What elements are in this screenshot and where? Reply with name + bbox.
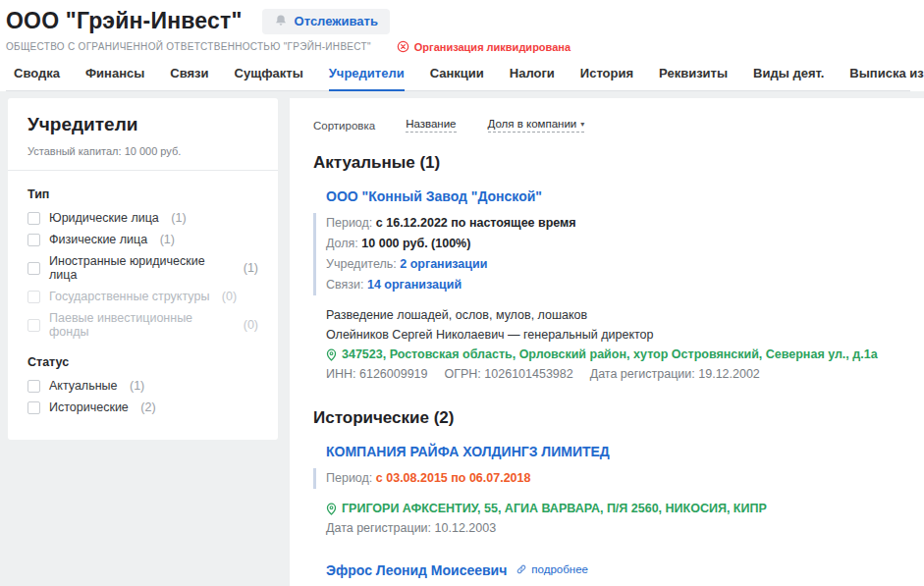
tab-uchrediteli[interactable]: Учредители: [329, 66, 405, 91]
founders-panel: Сортировка НазваниеДоля в компании▾ Акту…: [290, 98, 924, 586]
tab-bar: СводкаФинансыСвязиСущфактыУчредителиСанк…: [6, 53, 910, 91]
detail-label: Доля:: [326, 237, 361, 250]
filter-item-foreign-legal-entities[interactable]: Иностранные юридические лица (1): [27, 254, 258, 282]
founder-card-title-row: ООО "Конный Завод "Донской": [326, 188, 900, 204]
filter-item-government-structures: Государственные структуры (0): [27, 290, 258, 303]
page-content: Учредители Уставный капитал: 10 000 руб.…: [0, 91, 924, 586]
detail-value: с 03.08.2015 по 06.07.2018: [376, 471, 531, 485]
filter-item-count: (1): [244, 261, 258, 275]
detail-row: Период: с 16.12.2022 по настоящее время: [326, 213, 900, 234]
detail-row: Доля: 10 000 руб. (100%): [326, 234, 900, 254]
meta-item: Дата регистрации: 19.12.2002: [590, 366, 760, 382]
sort-label: Сортировка: [313, 120, 375, 132]
info-block: ГРИГОРИ АФКСЕНТИУ, 55, АГИА ВАРВАРА, П/Я…: [326, 501, 900, 536]
filter-item-label: Физические лица: [49, 233, 151, 246]
status-badge-label: Организация ликвидирована: [414, 41, 571, 53]
filter-groups: ТипЮридические лица (1)Физические лица (…: [27, 187, 258, 414]
detail-label: Связи:: [326, 278, 367, 292]
tab-svyazi[interactable]: Связи: [170, 66, 208, 90]
detail-value: с 16.12.2022 по настоящее время: [376, 216, 576, 230]
filter-item-individuals[interactable]: Физические лица (1): [27, 233, 258, 246]
tab-svodka[interactable]: Сводка: [14, 66, 60, 90]
founder-card: Эфрос Леонид МоисеевичподробнееПериод: с…: [313, 562, 900, 586]
founder-link[interactable]: Эфрос Леонид Моисеевич: [326, 562, 507, 578]
address-text: 347523, Ростовская область, Орловский ра…: [342, 346, 878, 362]
filter-item-investment-funds: Паевые инвестиционные фонды (0): [27, 311, 258, 339]
filter-item-count: (0): [244, 318, 258, 332]
meta-line: ИНН: 6126009919ОГРН: 1026101453982Дата р…: [326, 366, 900, 382]
checkbox-historical[interactable]: [27, 401, 40, 414]
detail-label: Учредитель:: [326, 257, 400, 271]
tab-istoriya[interactable]: История: [580, 66, 633, 90]
detail-label: Период:: [326, 216, 376, 230]
detail-block: Период: с 16.12.2022 по настоящее времяД…: [313, 213, 900, 295]
detail-label: Период:: [326, 471, 376, 485]
detail-value[interactable]: 14 организаций: [367, 278, 462, 292]
checkbox-legal-entities[interactable]: [27, 212, 40, 225]
meta-item: ИНН: 6126009919: [326, 366, 428, 382]
detail-row: Период: с 03.08.2015 по 06.07.2018: [326, 468, 900, 489]
checkbox-investment-funds: [27, 319, 40, 332]
bell-icon: [274, 14, 288, 27]
founder-card-title-row: Эфрос Леонид Моисеевичподробнее: [326, 562, 900, 578]
checkbox-actual[interactable]: [27, 380, 40, 393]
map-pin-icon: [326, 503, 337, 515]
checkbox-foreign-legal-entities[interactable]: [27, 262, 40, 275]
caret-down-icon: ▾: [580, 120, 584, 129]
more-details-link[interactable]: подробнее: [516, 563, 588, 575]
link-icon: [516, 563, 527, 575]
filter-item-historical[interactable]: Исторические (2): [27, 400, 258, 414]
sort-row: Сортировка НазваниеДоля в компании▾: [313, 112, 900, 134]
more-details-label: подробнее: [531, 563, 588, 575]
address-text: ГРИГОРИ АФКСЕНТИУ, 55, АГИА ВАРВАРА, П/Я…: [342, 501, 767, 516]
filter-item-label: Актуальные: [49, 379, 121, 393]
checkbox-individuals[interactable]: [27, 234, 40, 246]
filter-item-legal-entities[interactable]: Юридические лица (1): [27, 211, 258, 225]
filter-item-label: Исторические: [49, 400, 132, 414]
company-full-name: ОБЩЕСТВО С ОГРАНИЧЕННОЙ ОТВЕТСТВЕННОСТЬЮ…: [6, 41, 371, 52]
sort-option-by-share[interactable]: Доля в компании▾: [488, 118, 585, 133]
sidebar-divider: [8, 170, 278, 171]
founder-sections: Актуальные (1)ООО "Конный Завод "Донской…: [313, 153, 900, 586]
filter-item-count: (1): [160, 233, 175, 246]
detail-row: Учредитель: 2 организации: [326, 254, 900, 275]
tab-rekvizity[interactable]: Реквизиты: [659, 66, 728, 90]
detail-value[interactable]: 2 организации: [400, 257, 487, 271]
status-badge: Организация ликвидирована: [397, 40, 571, 53]
sort-options: НазваниеДоля в компании▾: [406, 118, 584, 133]
filter-item-label: Иностранные юридические лица: [49, 254, 235, 282]
map-pin-icon: [326, 348, 337, 361]
circle-x-icon: [397, 40, 409, 53]
founder-card-title-row: КОМПАНИЯ РАЙФА ХОЛДИНГЗ ЛИМИТЕД: [326, 444, 900, 459]
filter-group-title-type: Тип: [27, 187, 258, 201]
filter-item-count: (1): [130, 379, 144, 393]
tab-suschfakty[interactable]: Сущфакты: [235, 66, 303, 90]
section-title: Исторические (2): [313, 408, 900, 428]
tab-sankcii[interactable]: Санкции: [430, 66, 484, 90]
follow-button[interactable]: Отслеживать: [262, 9, 390, 34]
tab-finansy[interactable]: Финансы: [85, 66, 144, 90]
page-title: ООО "Грэйн-Инвест": [6, 8, 243, 34]
tab-vypiska-egrul[interactable]: Выписка из ЕГРЮЛ: [849, 66, 924, 90]
filter-item-count: (1): [171, 211, 186, 225]
founder-card: КОМПАНИЯ РАЙФА ХОЛДИНГЗ ЛИМИТЕДПериод: с…: [313, 444, 900, 536]
checkbox-government-structures: [27, 291, 40, 303]
founder-link[interactable]: ООО "Конный Завод "Донской": [326, 188, 542, 204]
filter-item-label: Юридические лица: [49, 211, 162, 225]
founder-link[interactable]: КОМПАНИЯ РАЙФА ХОЛДИНГЗ ЛИМИТЕД: [326, 444, 610, 459]
meta-item: Дата регистрации: 10.12.2003: [326, 520, 496, 536]
sidebar-title: Учредители: [27, 114, 258, 135]
detail-value: 10 000 руб. (100%): [361, 237, 470, 250]
info-text-line: Разведение лошадей, ослов, мулов, лошако…: [326, 307, 900, 323]
filter-group-title-status: Статус: [27, 355, 258, 369]
tab-vidy-deyat[interactable]: Виды деят.: [753, 66, 824, 90]
company-header: ООО "Грэйн-Инвест" Отслеживать ОБЩЕСТВО …: [0, 0, 924, 91]
filter-item-actual[interactable]: Актуальные (1): [27, 379, 258, 393]
tab-nalogi[interactable]: Налоги: [510, 66, 555, 90]
address-line: 347523, Ростовская область, Орловский ра…: [326, 346, 900, 362]
address-line: ГРИГОРИ АФКСЕНТИУ, 55, АГИА ВАРВАРА, П/Я…: [326, 501, 900, 516]
charter-capital: Уставный капитал: 10 000 руб.: [27, 145, 258, 170]
info-block: Разведение лошадей, ослов, мулов, лошако…: [326, 307, 900, 382]
follow-button-label: Отслеживать: [295, 14, 378, 28]
sort-option-by-name[interactable]: Название: [406, 118, 456, 133]
